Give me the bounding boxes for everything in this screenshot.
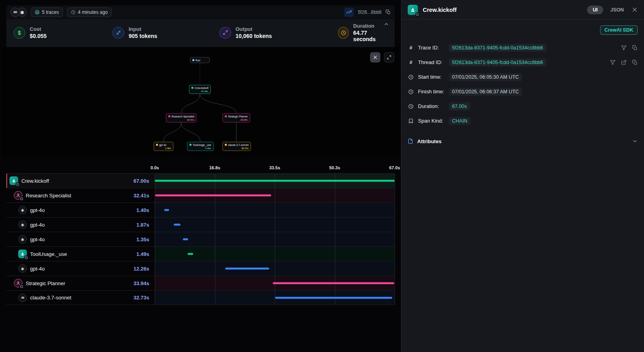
agent-icon <box>14 279 23 288</box>
crewai-icon <box>408 5 418 15</box>
field-label: Thread ID: <box>418 59 449 65</box>
graph-node-claude-3-7-sonnet[interactable]: claude-3.7-sonnet32.73s <box>222 142 251 151</box>
openai-logo-icon: ∗ <box>18 220 27 229</box>
span-name: Research Specialist <box>26 193 71 199</box>
traces-count-badge[interactable]: 5 traces <box>31 8 63 17</box>
axis-label: 67.0s <box>389 165 400 170</box>
field-actions <box>621 45 638 51</box>
tab-ui[interactable]: UI <box>587 6 603 14</box>
trace-id-short: 5f26...8bb6 <box>358 9 382 15</box>
agentops-badge-icon <box>15 182 20 187</box>
filter-icon[interactable] <box>621 45 627 51</box>
graph-node-research-specialist[interactable]: Research Specialist32.41s <box>166 114 196 123</box>
node-duration-tag: 32.73s <box>225 147 249 150</box>
field-value: 5f2613da-8371-9405-fcdd-0a1534cc8bb6 <box>449 44 546 52</box>
panel-title: Crew.kickoff <box>423 7 457 13</box>
node-type-icon <box>190 144 192 146</box>
node-label: Crew.kickoff <box>195 87 209 89</box>
span-name: Strategic Planner <box>26 280 65 286</box>
field-list: #Trace ID:5f2613da-8371-9405-fcdd-0a1534… <box>408 40 638 128</box>
timeline-row[interactable]: Crew.kickoff67.00s <box>6 173 395 188</box>
field-value: CHAIN <box>449 117 471 125</box>
chevron-up-icon[interactable] <box>384 21 389 28</box>
node-duration-tag: 67.00s <box>192 90 209 93</box>
timeline-row[interactable]: ∗gpt-4o1.87s <box>6 217 395 232</box>
field-label: Span Kind: <box>418 118 449 124</box>
axis-label: 0.0s <box>150 165 159 170</box>
expand-graph-button[interactable] <box>384 52 394 62</box>
file-icon <box>408 138 413 144</box>
time-ago-badge: 4 minutes ago <box>67 8 112 17</box>
tab-json[interactable]: JSON <box>610 7 624 13</box>
field-label: Trace ID: <box>418 45 449 51</box>
cost-value: $0.055 <box>30 33 47 39</box>
trace-graph: RunCrew.kickoff67.00sResearch Specialist… <box>2 47 399 157</box>
timeline-rows: Crew.kickoff67.00sResearch Specialist32.… <box>6 173 395 305</box>
node-duration-tag: 33.94s <box>225 119 248 121</box>
node-type-icon <box>192 59 194 61</box>
graph-node-run[interactable]: Run <box>190 57 210 63</box>
openai-logo-icon: ∗ <box>18 235 27 244</box>
trace-header-bar: AI\ ∗ 5 traces 4 minutes ago 5f26...8bb6 <box>6 6 395 19</box>
span-waterfall: 0.0s16.8s33.5s50.3s67.0s Crew.kickoff67.… <box>6 163 395 305</box>
output-label: Output <box>236 26 272 32</box>
openai-logo-icon: ∗ <box>18 206 27 214</box>
node-label: claude-3.7-sonnet <box>228 144 249 146</box>
span-name: gpt-4o <box>30 222 45 228</box>
field-value: 07/01/2025, 06:05:30 AM UTC <box>449 73 522 81</box>
filter-icon[interactable] <box>610 60 616 65</box>
duration-value: 64.77 seconds <box>353 30 388 42</box>
dollar-icon: $ <box>13 27 25 39</box>
close-graph-button[interactable] <box>370 52 380 62</box>
field-row: Duration:67.00s <box>408 99 638 114</box>
timeline-row[interactable]: ∗gpt-4o12.26s <box>6 261 395 276</box>
sdk-badge: CrewAI SDK <box>600 25 638 35</box>
timeline-row[interactable]: Strategic Planner33.94s <box>6 276 395 290</box>
graph-node-strategic-planner[interactable]: Strategic Planner33.94s <box>222 114 250 123</box>
close-panel-button[interactable] <box>632 7 638 13</box>
timeline-row[interactable]: ∗gpt-4o1.35s <box>6 232 395 246</box>
axis-label: 50.3s <box>329 165 340 170</box>
timeline-row[interactable]: ToolUsage._use1.49s <box>6 246 395 261</box>
span-duration: 1.40s <box>136 207 149 213</box>
agentops-badge-icon <box>19 197 24 201</box>
field-row: Finish time:07/01/2025, 06:06:37 AM UTC <box>408 84 638 99</box>
output-value: 10,060 tokens <box>236 33 272 39</box>
header-right-cluster: 5f26...8bb6 <box>344 8 391 17</box>
graph-node-gpt-4o[interactable]: gpt-4o1.40s <box>154 142 173 151</box>
attributes-section-toggle[interactable]: Attributes <box>408 134 638 148</box>
external-icon[interactable] <box>621 60 627 65</box>
clock-icon <box>408 74 414 80</box>
close-icon <box>373 55 378 60</box>
agentops-badge-icon <box>24 255 28 260</box>
traces-count-label: 5 traces <box>42 9 59 15</box>
duration-label: Duration <box>353 23 388 29</box>
duration-bar <box>273 282 394 284</box>
duration-bar <box>275 297 392 299</box>
node-type-icon <box>225 144 227 146</box>
copy-icon[interactable] <box>386 9 391 15</box>
trending-up-icon <box>346 9 351 15</box>
detail-panel-body: CrewAI SDK #Trace ID:5f2613da-8371-9405-… <box>401 20 644 153</box>
graph-node-crew-kickoff[interactable]: Crew.kickoff67.00s <box>189 85 211 94</box>
agent-icon <box>14 191 23 200</box>
span-name: gpt-4o <box>30 207 45 213</box>
timeline-row[interactable]: AIclaude-3.7-sonnet32.73s <box>6 290 395 305</box>
graph-node-toolusage-use[interactable]: ToolUsage._use1.49s <box>187 142 214 151</box>
copy-icon[interactable] <box>632 45 638 51</box>
detail-panel-header: Crew.kickoff UI JSON <box>401 0 644 20</box>
layers-icon <box>35 10 40 15</box>
agentops-badge-icon <box>415 12 420 17</box>
duration-bar <box>174 224 180 226</box>
timeline-row[interactable]: ∗gpt-4o1.40s <box>6 202 395 217</box>
app-root: AI\ ∗ 5 traces 4 minutes ago 5f26...8bb6 <box>0 0 644 352</box>
span-duration: 1.49s <box>136 251 149 257</box>
openai-logo-icon: ∗ <box>18 264 27 273</box>
copy-icon[interactable] <box>632 60 638 65</box>
chevron-down-icon[interactable] <box>632 138 638 144</box>
timeline-row[interactable]: Research Specialist32.41s <box>6 188 395 202</box>
sdk-badge-row: CrewAI SDK <box>408 25 638 35</box>
clock-icon <box>408 104 414 109</box>
main-pane: AI\ ∗ 5 traces 4 minutes ago 5f26...8bb6 <box>0 0 401 352</box>
metrics-chart-button[interactable] <box>344 8 354 17</box>
